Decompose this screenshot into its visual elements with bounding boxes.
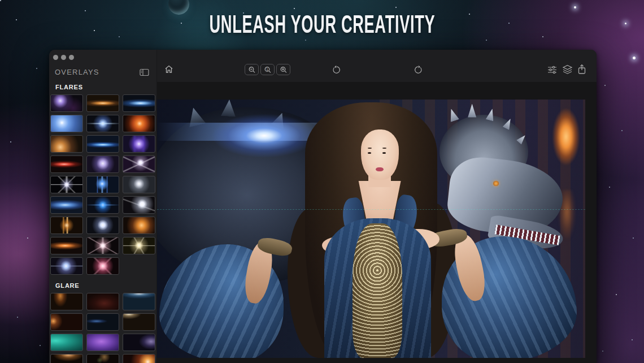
layers-icon (562, 64, 573, 75)
sidebar-title: OVERLAYS (55, 68, 99, 76)
flare-thumb-12[interactable] (123, 155, 155, 173)
dress-silver-ornament (353, 223, 402, 358)
bright-star (574, 6, 576, 8)
flare-thumb-19[interactable] (50, 217, 83, 234)
glare-thumb-3[interactable] (123, 293, 155, 310)
adjustments-icon (547, 66, 557, 74)
undo-icon (332, 65, 341, 75)
flare-thumb-15[interactable] (123, 176, 155, 193)
glare-thumb-9[interactable] (123, 334, 155, 351)
main-area: 1 (157, 50, 597, 363)
thumbnail-grid (50, 94, 156, 275)
flare-thumb-9[interactable] (123, 135, 155, 153)
flare-thumb-16[interactable] (50, 196, 83, 214)
canvas (157, 82, 597, 363)
flare-thumb-6[interactable] (123, 115, 155, 132)
woman-eyebrow (368, 148, 372, 149)
home-icon (164, 65, 173, 74)
flare-thumb-10[interactable] (50, 155, 83, 173)
woman-face (361, 129, 399, 180)
flare-thumb-13[interactable] (50, 176, 83, 193)
section-label: GLARE (55, 282, 156, 289)
flare-thumb-4[interactable] (50, 115, 83, 132)
flare-thumb-17[interactable] (86, 196, 119, 214)
flare-thumb-25[interactable] (50, 257, 83, 275)
layers-button[interactable] (562, 64, 573, 75)
overlay-list: FLARESGLARE (49, 76, 156, 363)
zoom-out-button[interactable] (245, 64, 259, 75)
adjustments-button[interactable] (547, 66, 557, 74)
glare-thumb-2[interactable] (86, 293, 119, 310)
woman-eye (368, 152, 371, 154)
zoom-in-button[interactable] (276, 64, 290, 75)
sidebar: OVERLAYS FLARESGLARE (49, 50, 157, 363)
home-button[interactable] (164, 65, 173, 74)
flare-thumb-14[interactable] (86, 176, 119, 193)
glare-thumb-10[interactable] (50, 354, 83, 363)
flare-thumb-2[interactable] (86, 94, 119, 112)
undo-button[interactable] (332, 65, 341, 75)
toolbar: 1 (157, 50, 597, 82)
woman-eyebrow (382, 148, 386, 149)
redo-button[interactable] (414, 65, 423, 75)
flare-thumb-7[interactable] (50, 135, 83, 153)
section-label: FLARES (55, 84, 156, 90)
glare-thumb-4[interactable] (50, 313, 83, 331)
glare-thumb-11[interactable] (86, 354, 119, 363)
minimize-button[interactable] (61, 55, 66, 60)
zoom-level-icon: 1 (264, 66, 272, 74)
flare-thumb-18[interactable] (123, 196, 155, 214)
glare-thumb-5[interactable] (86, 313, 119, 331)
glare-thumb-7[interactable] (50, 334, 83, 351)
glare-thumb-6[interactable] (123, 313, 155, 331)
flare-thumb-1[interactable] (50, 94, 83, 112)
flare-thumb-20[interactable] (86, 217, 119, 234)
flare-thumb-22[interactable] (50, 237, 83, 254)
flare-thumb-11[interactable] (86, 155, 119, 173)
glare-thumb-1[interactable] (50, 293, 83, 310)
zoom-window-button[interactable] (69, 55, 74, 60)
bright-star (633, 57, 636, 59)
dragon-eye (493, 181, 499, 186)
glare-thumb-8[interactable] (86, 334, 119, 351)
share-button[interactable] (577, 64, 586, 75)
alignment-guide-line (157, 209, 585, 210)
canvas-photo[interactable] (157, 100, 585, 358)
sidebar-header: OVERLAYS (49, 60, 156, 76)
flare-thumb-5[interactable] (86, 115, 119, 132)
svg-text:1: 1 (266, 67, 268, 71)
flare-thumb-8[interactable] (86, 135, 119, 153)
zoom-controls: 1 (245, 64, 290, 75)
flare-thumb-23[interactable] (86, 237, 119, 254)
flare-thumb-24[interactable] (123, 237, 155, 254)
sidebar-toggle-icon[interactable] (140, 68, 149, 76)
zoom-in-icon (280, 66, 288, 74)
thumbnail-grid (50, 293, 156, 363)
woman-lips (376, 167, 384, 171)
woman-eye (382, 152, 386, 154)
share-icon (577, 64, 586, 75)
flare-thumb-26[interactable] (86, 257, 119, 275)
glare-thumb-12[interactable] (123, 354, 155, 363)
app-window: OVERLAYS FLARESGLARE (49, 50, 597, 363)
close-button[interactable] (53, 55, 58, 60)
traffic-lights (49, 50, 156, 60)
flare-thumb-3[interactable] (123, 94, 155, 112)
page-title: UNLEASH YOUR CREATIVITY (0, 10, 644, 38)
redo-icon (414, 65, 423, 75)
zoom-out-icon (248, 66, 256, 74)
flare-thumb-21[interactable] (123, 217, 155, 234)
zoom-level-button[interactable]: 1 (260, 64, 275, 75)
